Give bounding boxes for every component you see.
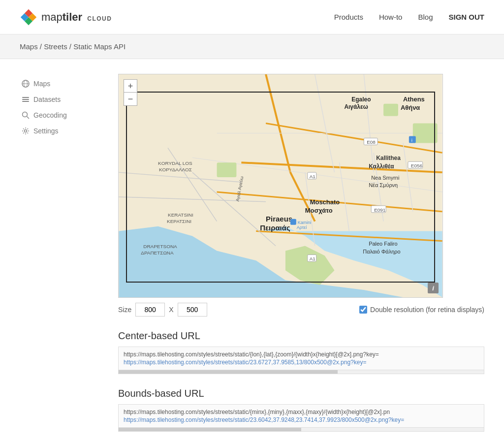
- svg-text:Αθήνα: Αθήνα: [401, 104, 420, 111]
- logo-tiler: tiler: [63, 11, 82, 23]
- center-url-scrollbar[interactable]: [118, 370, 484, 374]
- breadcrumb: Maps / Streets / Static Maps API: [20, 42, 126, 51]
- bounds-url-actual[interactable]: https://maps.tilehosting.com/styles/stre…: [124, 416, 479, 423]
- svg-text:Kallithea: Kallithea: [376, 155, 401, 161]
- sidebar-item-settings[interactable]: Settings: [20, 123, 98, 139]
- center-url-heading: Center-based URL: [118, 330, 484, 342]
- zoom-out-button[interactable]: −: [124, 93, 137, 105]
- svg-text:Μοσχάτο: Μοσχάτο: [305, 207, 333, 214]
- svg-text:Moschato: Moschato: [310, 198, 340, 206]
- content-area: Athens Αθήνα Kallithea Καλλιθέα Nea Smyr…: [118, 74, 484, 432]
- main-nav: Products How-to Blog SIGN OUT: [334, 13, 484, 21]
- svg-text:Piraeus: Piraeus: [266, 215, 292, 223]
- svg-rect-8: [22, 97, 29, 98]
- logo-area: maptiler CLOUD: [20, 8, 112, 26]
- logo-cloud: CLOUD: [87, 15, 112, 22]
- nav-products[interactable]: Products: [334, 13, 363, 21]
- map-info-button[interactable]: i: [428, 283, 439, 293]
- center-url-section: Center-based URL https://maps.tilehostin…: [118, 330, 484, 374]
- svg-text:A1: A1: [310, 174, 316, 179]
- svg-text:KORYDAL LOS: KORYDAL LOS: [158, 160, 192, 166]
- center-url-template: https://maps.tilehosting.com/styles/stre…: [124, 351, 479, 358]
- globe-icon: [22, 80, 30, 88]
- map-container[interactable]: Athens Αθήνα Kallithea Καλλιθέα Nea Smyr…: [118, 74, 443, 298]
- double-resolution-area: Double resolution (for retina displays): [359, 306, 484, 314]
- svg-text:Athens: Athens: [403, 95, 425, 103]
- svg-rect-10: [22, 101, 29, 102]
- svg-text:E056: E056: [411, 163, 423, 168]
- svg-text:Νέα Σμύρνη: Νέα Σμύρνη: [369, 182, 398, 188]
- svg-text:Καλλιθέα: Καλλιθέα: [369, 163, 394, 170]
- svg-text:DRAPETSONA: DRAPETSONA: [143, 244, 177, 249]
- zoom-in-button[interactable]: +: [124, 80, 137, 93]
- search-icon: [22, 111, 30, 119]
- height-input[interactable]: [178, 303, 207, 317]
- bounds-url-scrollbar-thumb: [119, 428, 301, 431]
- sidebar-datasets-label: Datasets: [33, 95, 61, 103]
- nav-signout[interactable]: SIGN OUT: [448, 13, 484, 21]
- svg-rect-9: [22, 99, 29, 100]
- sidebar-settings-label: Settings: [33, 127, 59, 135]
- width-input[interactable]: [135, 303, 165, 317]
- bounds-url-template: https://maps.tilehosting.com/styles/stre…: [124, 409, 479, 415]
- svg-text:KERATSINI: KERATSINI: [168, 212, 193, 218]
- breadcrumb-bar: Maps / Streets / Static Maps API: [0, 34, 504, 59]
- header: maptiler CLOUD Products How-to Blog SIGN…: [0, 0, 504, 34]
- double-resolution-label: Double resolution (for retina displays): [370, 306, 484, 314]
- center-url-scrollbar-thumb: [119, 370, 338, 374]
- double-resolution-checkbox[interactable]: [359, 306, 367, 314]
- size-label: Size: [118, 306, 131, 314]
- svg-rect-37: [217, 162, 237, 177]
- svg-rect-38: [413, 124, 438, 143]
- nav-howto[interactable]: How-to: [379, 13, 403, 21]
- size-controls: Size X Double resolution (for retina dis…: [118, 303, 484, 317]
- sidebar: Maps Datasets Geocoding Settings: [20, 74, 98, 432]
- svg-text:Kamini: Kamini: [298, 220, 311, 225]
- svg-line-12: [27, 117, 30, 119]
- sidebar-geocoding-label: Geocoding: [33, 111, 67, 119]
- bounds-url-scrollbar[interactable]: [118, 428, 484, 432]
- sidebar-item-datasets[interactable]: Datasets: [20, 92, 98, 107]
- map-zoom-controls[interactable]: + −: [124, 79, 137, 106]
- svg-text:i: i: [411, 137, 412, 143]
- svg-text:E091: E091: [374, 207, 386, 213]
- sidebar-item-geocoding[interactable]: Geocoding: [20, 107, 98, 123]
- list-icon: [22, 95, 30, 103]
- nav-blog[interactable]: Blog: [418, 13, 433, 21]
- svg-rect-39: [383, 104, 398, 116]
- svg-text:Αιγάλεω: Αιγάλεω: [344, 103, 368, 110]
- svg-rect-72: [290, 219, 296, 225]
- main-layout: Maps Datasets Geocoding Settings: [0, 59, 504, 445]
- svg-text:Αρτεί: Αρτεί: [297, 225, 307, 230]
- svg-text:Παλαιό Φάληρο: Παλαιό Φάληρο: [363, 249, 400, 254]
- bounds-url-heading: Bounds-based URL: [118, 388, 484, 399]
- svg-point-13: [25, 130, 27, 132]
- logo-text: maptiler CLOUD: [41, 11, 112, 24]
- svg-text:Nea Smyrni: Nea Smyrni: [371, 175, 399, 181]
- svg-text:ΔΡΑΠΕΤΣΩΝΑ: ΔΡΑΠΕΤΣΩΝΑ: [141, 250, 174, 255]
- svg-text:Paleo Faliro: Paleo Faliro: [369, 241, 397, 247]
- bounds-url-section: Bounds-based URL https://maps.tilehostin…: [118, 388, 484, 432]
- logo-icon: [20, 8, 37, 26]
- svg-text:E08: E08: [367, 139, 376, 145]
- sidebar-maps-label: Maps: [33, 80, 50, 88]
- svg-text:A1: A1: [310, 256, 316, 261]
- center-url-actual[interactable]: https://maps.tilehosting.com/styles/stre…: [124, 359, 479, 366]
- logo-map: map: [41, 11, 63, 23]
- gear-icon: [22, 127, 30, 135]
- svg-text:ΚΟΡΥΔΑΛΛΟΣ: ΚΟΡΥΔΑΛΛΟΣ: [159, 167, 192, 172]
- svg-point-11: [23, 112, 28, 117]
- svg-text:ΚΕΡΑΤΣΙΝΙ: ΚΕΡΑΤΣΙΝΙ: [167, 219, 191, 224]
- bounds-url-box[interactable]: https://maps.tilehosting.com/styles/stre…: [118, 404, 484, 428]
- svg-text:Egaleo: Egaleo: [351, 96, 371, 103]
- map-image: Athens Αθήνα Kallithea Καλλιθέα Nea Smyr…: [119, 74, 442, 297]
- svg-text:Πειραιάς: Πειραιάς: [260, 223, 290, 232]
- size-x-separator: X: [169, 306, 173, 314]
- center-url-box[interactable]: https://maps.tilehosting.com/styles/stre…: [118, 347, 484, 370]
- sidebar-item-maps[interactable]: Maps: [20, 76, 98, 92]
